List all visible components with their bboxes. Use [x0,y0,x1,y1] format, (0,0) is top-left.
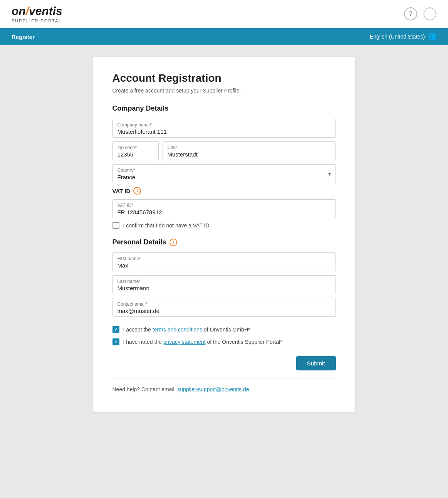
submit-button[interactable]: Submit [296,356,336,370]
city-label: City* [168,145,331,150]
first-name-label: First name* [117,256,331,261]
nav-language-label: English (United States) [370,34,425,40]
logo-ventis: ventis [29,5,62,18]
personal-section-divider: Personal Details i [112,238,336,246]
privacy-prefix: I have noted the [123,339,163,345]
logo-on: on [12,5,26,18]
email-field[interactable]: Contact email* max@muster.de [112,298,336,317]
zip-city-row: Zip code* 12355 City* Musterstadt [112,141,336,160]
privacy-checkbox[interactable] [112,338,119,345]
logo-subtitle: SUPPLIER PORTAL [12,19,62,23]
terms-text: I accept the terms and conditions of Onv… [123,326,250,333]
terms-checkbox-row: I accept the terms and conditions of Onv… [112,326,336,333]
help-icon[interactable]: ? [404,7,417,20]
top-header: on/ventis SUPPLIER PORTAL ? [0,0,448,28]
terms-suffix: of Onventis GmbH* [202,326,250,333]
last-name-label: Last name* [117,279,331,284]
vat-section-title-area: VAT ID i [112,187,336,195]
company-section-heading: Company Details [112,104,336,113]
terms-link[interactable]: terms and conditions [153,326,202,333]
privacy-link[interactable]: privacy statement [163,339,206,345]
no-vat-checkbox-row: I confirm that I do not have a VAT ID [112,222,336,229]
loading-spinner-icon [423,7,436,20]
terms-prefix: I accept the [123,326,153,333]
city-field[interactable]: City* Musterstadt [163,141,336,160]
zip-field[interactable]: Zip code* 12355 [112,141,159,160]
personal-section-heading-area: Personal Details i [112,238,336,246]
company-name-label: Company name* [117,122,331,128]
logo-brand: on/ventis [12,5,62,18]
help-prefix: Need help? Contact email: [112,386,178,392]
no-vat-label: I confirm that I do not have a VAT ID [123,222,210,229]
logo-slash-icon: / [26,5,29,18]
page-subtitle: Create a free account and setup your Sup… [112,87,336,94]
vat-section: VAT ID i VAT ID* FR 12345678912 I confir… [112,187,336,229]
vat-info-icon[interactable]: i [133,187,141,195]
email-label: Contact email* [117,301,331,307]
personal-info-icon[interactable]: i [169,239,177,246]
logo-area: on/ventis SUPPLIER PORTAL [12,5,62,23]
zip-label: Zip code* [117,145,154,150]
last-name-field[interactable]: Last name* Mustermann [112,275,336,294]
vat-id-label: VAT ID* [117,203,331,208]
vat-id-field[interactable]: VAT ID* FR 12345678912 [112,199,336,218]
vat-id-value: FR 12345678912 [117,209,331,215]
no-vat-checkbox[interactable] [112,222,119,229]
city-value: Musterstadt [168,151,331,158]
submit-area: Submit [112,356,336,370]
zip-value: 12355 [117,151,154,158]
vat-section-title: VAT ID [112,188,131,194]
nav-language[interactable]: English (United States) 🌐 [370,32,436,41]
privacy-suffix: of the Onventis Supplier Portal* [206,339,282,345]
form-card: Account Registration Create a free accou… [93,57,355,412]
first-name-value: Max [117,262,331,269]
nav-register-label: Register [12,34,35,40]
globe-icon: 🌐 [428,32,436,41]
email-value: max@muster.de [117,308,331,314]
last-name-value: Mustermann [117,285,331,291]
first-name-field[interactable]: First name* Max [112,252,336,271]
header-icons: ? [404,7,436,20]
personal-section-heading: Personal Details [112,238,166,246]
country-label: Country* [117,168,331,173]
company-name-field[interactable]: Company name* Musterlieferant 111 [112,119,336,138]
help-email-link[interactable]: supplier-support@onventis.de [177,386,249,392]
country-field[interactable]: Country* France [112,164,336,183]
help-text: Need help? Contact email: supplier-suppo… [112,378,336,392]
country-value: France [117,174,331,180]
privacy-text: I have noted the privacy statement of th… [123,339,282,345]
terms-checkbox[interactable] [112,326,119,333]
main-content: Account Registration Create a free accou… [0,45,448,431]
nav-bar: Register English (United States) 🌐 [0,28,448,45]
page-title: Account Registration [112,72,336,84]
company-name-value: Musterlieferant 111 [117,128,331,135]
privacy-checkbox-row: I have noted the privacy statement of th… [112,338,336,345]
